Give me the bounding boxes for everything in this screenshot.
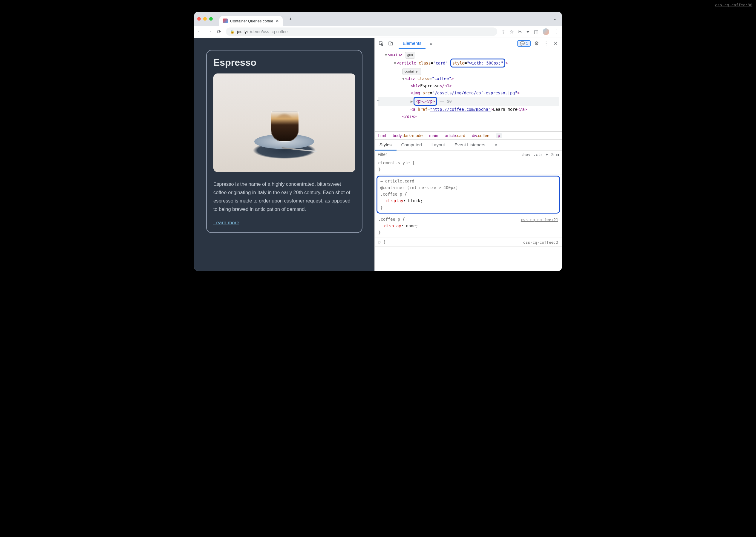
reading-list-icon[interactable]: ◫ [534, 29, 538, 35]
elements-tree[interactable]: ▼<main> grid ▼<article class="card" styl… [375, 49, 562, 131]
crumb-body[interactable]: body.dark-mode [393, 133, 422, 138]
close-devtools-icon[interactable]: ✕ [552, 40, 559, 47]
styles-tabs: Styles Computed Layout Event Listeners » [375, 140, 562, 151]
traffic-lights [197, 17, 213, 21]
scissors-icon[interactable]: ✂ [518, 29, 522, 35]
new-tab-button[interactable]: + [286, 15, 295, 23]
url-actions: ⇪ ☆ ✂ ✦ ◫ ⋮ [502, 28, 559, 35]
rule-container-query[interactable]: css-cq-coffee:30 → article.card @contain… [377, 176, 560, 214]
crumb-html[interactable]: html [378, 133, 386, 138]
svg-rect-2 [391, 43, 393, 45]
dom-h1[interactable]: <h1>Espresso</h1> [378, 82, 559, 89]
dom-div[interactable]: ▼<div class="coffee"> [378, 75, 559, 82]
styles-rules[interactable]: element.style { } css-cq-coffee:30 → art… [375, 158, 562, 271]
tab-elements[interactable]: Elements [399, 38, 426, 49]
browser-window: Container Queries coffee ✕ + ⌄ ← → ⟳ 🔒 j… [194, 12, 562, 271]
url-host: jec.fyi [237, 29, 248, 34]
titlebar: Container Queries coffee ✕ + ⌄ [194, 12, 562, 26]
dom-img[interactable]: <img src="/assets/img/demo/cof-espresso.… [378, 89, 559, 97]
card-title: Espresso [213, 57, 355, 68]
dom-article[interactable]: ▼<article class="card" style="width: 500… [378, 59, 559, 67]
computed-sidebar-icon[interactable]: ⎚ [551, 152, 554, 157]
minimize-window-icon[interactable] [203, 17, 207, 21]
issues-icon: 💬 [520, 41, 525, 46]
address-bar[interactable]: 🔒 jec.fyi/demo/css-cq-coffee [226, 27, 497, 36]
tab-styles[interactable]: Styles [375, 140, 396, 150]
devtools-panel: Elements » 💬 1 ⚙ ⋮ ✕ ▼<main> grid ▼<arti… [375, 38, 562, 271]
crumb-div[interactable]: div.coffee [472, 133, 489, 138]
settings-icon[interactable]: ⚙ [533, 40, 540, 47]
cls-toggle[interactable]: .cls [533, 152, 543, 157]
reload-button[interactable]: ⟳ [216, 29, 222, 35]
lock-icon[interactable]: 🔒 [230, 29, 235, 34]
bookmark-icon[interactable]: ☆ [510, 29, 514, 35]
url-bar: ← → ⟳ 🔒 jec.fyi/demo/css-cq-coffee ⇪ ☆ ✂… [194, 26, 562, 38]
toggle-sidebar-icon[interactable]: ◨ [556, 152, 559, 157]
fullscreen-window-icon[interactable] [209, 17, 213, 21]
add-rule-icon[interactable]: + [546, 152, 548, 157]
tab-layout[interactable]: Layout [427, 140, 450, 150]
devtools-menu-icon[interactable]: ⋮ [542, 40, 550, 47]
dom-p-selected[interactable]: ▶<p>…</p> == $0 [378, 97, 559, 106]
content-split: Espresso Espresso is the name of a highl… [194, 38, 562, 271]
dom-main[interactable]: ▼<main> grid [378, 51, 559, 59]
close-tab-icon[interactable]: ✕ [276, 19, 279, 23]
card-description: Espresso is the name of a highly concent… [213, 180, 355, 213]
dom-article-badge[interactable]: container [378, 67, 559, 75]
rule-p[interactable]: css-cq-coffee:3 p { [375, 237, 562, 247]
devtools-tabs: Elements [399, 38, 426, 49]
extensions-icon[interactable]: ✦ [526, 29, 530, 35]
card: Espresso Espresso is the name of a highl… [206, 50, 363, 233]
issues-count: 1 [526, 41, 528, 46]
rule-source-link[interactable]: css-cq-coffee:21 [521, 217, 558, 223]
close-window-icon[interactable] [197, 17, 201, 21]
tab-event-listeners[interactable]: Event Listeners [450, 140, 490, 150]
device-toolbar-icon[interactable] [387, 40, 394, 47]
tab-title: Container Queries coffee [230, 19, 273, 23]
browser-tab[interactable]: Container Queries coffee ✕ [219, 16, 283, 26]
tabs-more-icon[interactable]: » [428, 41, 434, 46]
crumb-article[interactable]: article.card [445, 133, 465, 138]
rule-element-style[interactable]: element.style { } [375, 158, 562, 174]
favicon-icon [223, 19, 228, 23]
coffee-image [213, 73, 355, 172]
share-icon[interactable]: ⇪ [502, 29, 505, 35]
forward-button: → [207, 29, 212, 35]
browser-menu-icon[interactable]: ⋮ [554, 28, 559, 35]
hov-toggle[interactable]: :hov [521, 152, 530, 157]
styles-filter-input[interactable] [378, 152, 518, 157]
rule-source-link[interactable]: css-cq-coffee:3 [523, 239, 558, 245]
learn-more-link[interactable]: Learn more [213, 220, 239, 226]
rule-coffee-p[interactable]: css-cq-coffee:21 .coffee p { display: no… [375, 215, 562, 237]
dom-breadcrumb: html body.dark-mode main article.card di… [375, 131, 562, 140]
crumb-p[interactable]: p [496, 133, 502, 138]
devtools-toolbar: Elements » 💬 1 ⚙ ⋮ ✕ [375, 38, 562, 49]
url-path: /demo/css-cq-coffee [250, 29, 288, 34]
dom-a[interactable]: <a href="http://coffee.com/mocha">Learn … [378, 106, 559, 113]
rendered-page: Espresso Espresso is the name of a highl… [194, 38, 375, 271]
styles-filter-row: :hov .cls + ⎚ ◨ [375, 151, 562, 158]
issues-button[interactable]: 💬 1 [517, 40, 531, 47]
crumb-main[interactable]: main [429, 133, 438, 138]
inspect-element-icon[interactable] [378, 40, 385, 47]
tab-computed[interactable]: Computed [396, 140, 427, 150]
back-button[interactable]: ← [197, 29, 202, 35]
styles-tabs-more-icon[interactable]: » [490, 140, 502, 150]
profile-avatar[interactable] [543, 28, 549, 35]
tabs-overflow-icon[interactable]: ⌄ [554, 17, 557, 21]
dom-div-close[interactable]: </div> [378, 113, 559, 120]
highlight-p: <p>…</p> [414, 97, 437, 106]
espresso-cup-icon [268, 111, 301, 144]
highlight-style-attr: style="width: 500px;" [450, 59, 506, 67]
